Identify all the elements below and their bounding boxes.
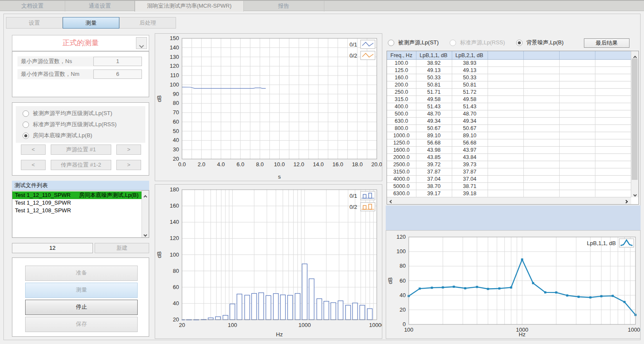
subtab-settings[interactable]: 设置 <box>6 17 63 29</box>
table-row[interactable]: 630.049.3449.34 <box>387 118 631 125</box>
radio-icon[interactable] <box>23 110 29 117</box>
svg-text:dB: dB <box>387 278 393 284</box>
file-list-scrollbar[interactable] <box>142 191 149 237</box>
table-row[interactable]: 1000.089.1089.10 <box>387 132 631 139</box>
scroll-up-icon[interactable] <box>142 191 149 197</box>
svg-text:10000: 10000 <box>628 327 640 333</box>
table-cell <box>595 74 631 81</box>
radio-icon[interactable] <box>23 121 29 128</box>
prepare-button[interactable]: 准备 <box>25 266 138 281</box>
radio-option[interactable]: 背景噪声,Lp(B) <box>516 37 563 48</box>
table-scroll-up-icon[interactable] <box>631 51 638 58</box>
table-scrollbar-thumb[interactable] <box>632 58 638 180</box>
table-cell <box>559 81 595 89</box>
radio-option[interactable]: 被测声源,Lp(ST) <box>388 37 439 48</box>
table-row[interactable]: 200.050.8150.81 <box>387 81 631 89</box>
table-cell: 160.0 <box>387 74 416 81</box>
radio-selected-icon[interactable] <box>23 133 29 139</box>
table-cell: 51.72 <box>452 89 488 96</box>
svg-text:100: 100 <box>396 248 406 254</box>
table-scroll-right-icon[interactable] <box>623 198 630 204</box>
radio-option[interactable]: 被测声源平均声压级测试,Lp(ST) <box>23 108 145 119</box>
table-row[interactable]: 800.050.6750.67 <box>387 125 631 132</box>
table-row[interactable]: 2000.043.8543.84 <box>387 154 631 161</box>
scroll-down-icon[interactable] <box>142 231 149 237</box>
table-row[interactable]: 6300.039.1739.18 <box>387 190 631 197</box>
table-cell: 500.0 <box>387 110 416 118</box>
tab-channel-settings[interactable]: 通道设置 <box>65 1 135 12</box>
radio-option[interactable]: 标准声源,Lp(RSS) <box>450 37 505 48</box>
table-header-cell: LpB,1,1, dB <box>416 51 452 60</box>
table-cell <box>595 96 631 103</box>
radio-selected-icon[interactable] <box>516 40 523 46</box>
table-row[interactable]: 3150.037.8737.87 <box>387 168 631 176</box>
mic-next-button[interactable]: > <box>116 160 141 170</box>
table-cell <box>488 139 523 147</box>
radio-icon[interactable] <box>450 40 456 46</box>
table-cell: 6300.0 <box>387 190 416 197</box>
final-result-button[interactable]: 最后结果 <box>584 38 630 48</box>
table-scroll-down-icon[interactable] <box>631 191 638 197</box>
table-cell <box>523 118 559 125</box>
tab-document-settings[interactable]: 文档设置 <box>0 1 65 12</box>
source-next-button[interactable]: > <box>116 145 141 155</box>
tab-report[interactable]: 报告 <box>243 1 324 12</box>
min-positions-panel: 最小声源位置数，Ns 1 最小传声器位置数，Nm 6 <box>12 51 149 97</box>
save-button[interactable]: 保存 <box>25 317 138 332</box>
subtab-measure[interactable]: 测量 <box>63 17 119 29</box>
table-cell <box>488 125 523 132</box>
table-row[interactable]: 160.050.3350.33 <box>387 74 631 81</box>
radio-option[interactable]: 标准声源平均声压级测试,Lp(RSS) <box>23 119 145 130</box>
table-cell: 4000.0 <box>387 176 416 183</box>
table-row[interactable]: 500.048.7048.70 <box>387 110 631 118</box>
source-position-button[interactable]: 声源位置 #1 <box>51 145 111 155</box>
table-row[interactable]: 1600.043.9843.97 <box>387 147 631 154</box>
measure-button[interactable]: 测量 <box>25 283 138 298</box>
table-row[interactable]: 400.051.4351.43 <box>387 103 631 110</box>
measurement-mode-dropdown[interactable]: 正式的测量 <box>12 35 149 51</box>
file-list-item[interactable]: Test 1_12_108_SPWR <box>12 207 142 214</box>
table-cell: 2500.0 <box>387 161 416 168</box>
table-horizontal-scrollbar[interactable] <box>387 197 631 204</box>
subtab-postprocess[interactable]: 后处理 <box>119 17 176 29</box>
dropdown-button[interactable] <box>136 37 147 49</box>
table-row[interactable]: 1250.056.6856.68 <box>387 139 631 147</box>
file-name: Test 1_12_110_SPWR <box>15 192 71 198</box>
new-file-button[interactable]: 新建 <box>95 243 149 253</box>
table-scroll-left-icon[interactable] <box>388 198 395 204</box>
svg-text:0/2: 0/2 <box>349 204 357 210</box>
info-band <box>386 205 641 230</box>
table-cell <box>488 176 523 183</box>
mic-prev-button[interactable]: < <box>21 160 46 170</box>
table-cell <box>488 74 523 81</box>
min-mic-positions-input[interactable]: 6 <box>93 69 142 79</box>
table-row[interactable]: 2500.039.7239.73 <box>387 161 631 168</box>
table-row[interactable]: 125.049.1349.13 <box>387 67 631 74</box>
svg-text:0/1: 0/1 <box>349 193 357 199</box>
mic-position-button[interactable]: 传声器位置 #1-2 <box>51 160 111 170</box>
radio-label: 房间本底噪声测试,Lp(B) <box>33 132 92 139</box>
table-row[interactable]: 5000.038.7038.71 <box>387 183 631 190</box>
file-list-item[interactable]: Test 1_12_110_SPWR房间本底噪声测试,Lp(B) <box>12 191 142 199</box>
tab-mcr-spwr[interactable]: 混响室法测试声功率(MCR-SPWR) <box>135 1 244 12</box>
svg-text:20.0: 20.0 <box>371 161 382 168</box>
svg-text:6.0: 6.0 <box>237 161 244 168</box>
table-cell <box>559 89 595 96</box>
table-row[interactable]: 100.038.9238.93 <box>387 60 631 67</box>
file-number-box[interactable]: 12 <box>12 243 93 253</box>
svg-text:0: 0 <box>403 321 406 327</box>
table-row[interactable]: 4000.037.0437.04 <box>387 176 631 183</box>
svg-text:140: 140 <box>170 219 179 225</box>
stop-button[interactable]: 停止 <box>25 300 138 315</box>
table-vertical-scrollbar[interactable] <box>631 51 638 197</box>
file-list-item[interactable]: Test 1_12_109_SPWR <box>12 199 142 207</box>
file-list-items: Test 1_12_110_SPWR房间本底噪声测试,Lp(B)Test 1_1… <box>12 191 142 237</box>
min-source-positions-input[interactable]: 1 <box>93 57 142 66</box>
radio-icon[interactable] <box>388 40 394 46</box>
min-mic-positions-label: 最小传声器位置数，Nm <box>17 69 93 79</box>
source-prev-button[interactable]: < <box>21 145 46 155</box>
table-row[interactable]: 315.049.5849.58 <box>387 96 631 103</box>
table-row[interactable]: 250.051.7151.72 <box>387 89 631 96</box>
table-cell <box>595 60 631 67</box>
radio-option[interactable]: 房间本底噪声测试,Lp(B) <box>23 130 145 141</box>
